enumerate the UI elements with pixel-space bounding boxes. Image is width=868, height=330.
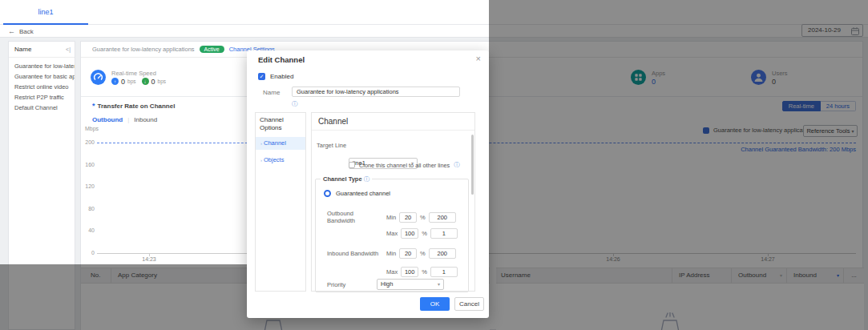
x-label-1423: 14:23: [133, 256, 165, 262]
info-icon[interactable]: ⓘ: [292, 100, 298, 108]
clone-label: Clone this channel to all other lines: [359, 162, 450, 169]
outbound-max-value-input[interactable]: 1: [430, 228, 458, 239]
direction-tabs: Outbound | Inbound: [92, 116, 157, 123]
nav-item-objects-label: Objects: [264, 156, 284, 163]
download-speed-value: 0: [151, 78, 155, 86]
collapse-sidebar-icon[interactable]: <|: [66, 42, 71, 58]
min-label: Min: [386, 214, 396, 221]
upload-speed-unit: bps: [127, 78, 135, 84]
channel-type-legend: Channel Type ⓘ: [321, 175, 372, 183]
edit-channel-dialog: Edit Channel × ✓ Enabled Name Guarantee …: [247, 50, 489, 318]
sidebar-item-restrict-video[interactable]: Restrict online video: [9, 82, 75, 92]
enabled-row: ✓ Enabled: [258, 73, 293, 80]
inbound-min-percent-input[interactable]: 20: [399, 248, 417, 259]
upload-speed-value: 0: [121, 78, 125, 86]
y-tick-40: 40: [83, 227, 95, 233]
y-tick-120: 120: [83, 183, 95, 189]
sidebar-item-low-latency[interactable]: Guarantee for low-latency applications: [9, 61, 75, 71]
tab-line1[interactable]: line1: [3, 0, 88, 25]
y-tick-0: 0: [83, 250, 95, 256]
target-line-label: Target Line: [317, 142, 346, 149]
max-label: Max: [386, 230, 398, 237]
chevron-down-icon: ▾: [438, 280, 440, 290]
nav-item-objects[interactable]: ›Objects: [256, 154, 305, 167]
speed-label: Real-time Speed: [111, 70, 166, 77]
percent-sign: %: [420, 214, 426, 221]
realtime-speed-block: Real-time Speed ↑ 0 bps ↓ 0 bps: [91, 58, 166, 97]
outbound-min-value-input[interactable]: 200: [429, 212, 456, 223]
channel-type-fieldset: Channel Type ⓘ Guaranteed channel Outbou…: [315, 179, 469, 292]
outbound-bandwidth-label: Outbound Bandwidth: [327, 210, 383, 224]
percent-sign: %: [420, 250, 426, 257]
percent-sign: %: [422, 230, 427, 237]
y-tick-160: 160: [83, 162, 95, 167]
inbound-max-value-input[interactable]: 1: [430, 267, 458, 277]
back-label: Back: [19, 28, 34, 35]
min-label: Min: [386, 250, 396, 257]
inbound-min-row: Inbound Bandwidth Min 20 % 200: [327, 248, 456, 259]
inbound-max-percent-input[interactable]: 100: [401, 267, 418, 277]
priority-label: Priority: [327, 281, 373, 288]
guaranteed-channel-radio[interactable]: [324, 190, 331, 197]
y-tick-80: 80: [83, 206, 95, 211]
download-arrow-icon: ↓: [142, 78, 149, 85]
scrollbar-thumb[interactable]: [471, 135, 474, 195]
guaranteed-channel-row: Guaranteed channel: [324, 190, 390, 197]
modal-overlay-right: [489, 0, 868, 330]
clone-checkbox[interactable]: [349, 162, 355, 168]
target-line-row: Target Line: [317, 142, 346, 149]
close-icon[interactable]: ×: [476, 54, 481, 63]
page-title: Guarantee for low-latency applications: [92, 46, 195, 53]
sidebar-item-basic-apps[interactable]: Guarantee for basic applications: [9, 71, 75, 82]
inbound-max-row: Max 100 % 1: [327, 267, 458, 277]
section-title: Transfer Rate on Channel: [98, 103, 176, 110]
section-marker-icon: *: [92, 102, 95, 110]
max-label: Max: [386, 268, 398, 276]
outbound-max-row: Max 100 % 1: [327, 228, 458, 239]
priority-select[interactable]: High ▾: [377, 279, 444, 290]
back-button[interactable]: ←Back: [8, 25, 34, 38]
outbound-max-percent-input[interactable]: 100: [401, 228, 418, 239]
priority-row: Priority: [327, 281, 373, 288]
back-arrow-icon: ←: [8, 27, 15, 35]
nav-arrow-icon: ›: [260, 158, 262, 163]
clone-row: Clone this channel to all other lines ⓘ: [349, 161, 460, 169]
sidebar-header: Name <|: [9, 42, 75, 58]
sidebar-item-default-channel[interactable]: Default Channel: [9, 103, 75, 113]
nav-item-channel-label: Channel: [264, 139, 286, 147]
tab-outbound[interactable]: Outbound: [92, 116, 123, 123]
y-axis-unit: Mbps: [85, 126, 99, 131]
content-heading: Channel: [312, 113, 474, 131]
outbound-min-percent-input[interactable]: 20: [399, 212, 417, 223]
dialog-nav-panel: Channel Options ›Channel ›Objects: [255, 112, 306, 292]
info-icon[interactable]: ⓘ: [454, 161, 460, 169]
dialog-title: Edit Channel: [258, 55, 305, 64]
y-tick-200: 200: [83, 139, 95, 145]
inbound-min-value-input[interactable]: 200: [429, 248, 456, 259]
sidebar-item-restrict-p2p[interactable]: Restrict P2P traffic: [9, 92, 75, 103]
name-input[interactable]: Guarantee for low-latency applications: [292, 87, 460, 97]
tab-divider: |: [127, 116, 129, 123]
sidebar-header-label: Name: [14, 46, 31, 53]
nav-arrow-icon: ›: [260, 141, 262, 146]
dialog-content-panel: Channel Target Line line1 ▾ Clone this c…: [311, 112, 475, 292]
screen: line1 ←Back 2024-10-29 Name <| Guarantee…: [0, 0, 868, 330]
download-speed-unit: bps: [158, 78, 166, 84]
info-icon[interactable]: ⓘ: [364, 175, 370, 183]
channel-type-label: Channel Type: [323, 175, 362, 183]
enabled-checkbox[interactable]: ✓: [258, 73, 265, 80]
cancel-button[interactable]: Cancel: [454, 297, 484, 311]
gauge-icon: [91, 70, 106, 85]
percent-sign: %: [422, 268, 427, 276]
inbound-bandwidth-label: Inbound Bandwidth: [327, 250, 383, 257]
outbound-min-row: Outbound Bandwidth Min 20 % 200: [327, 210, 456, 224]
ok-button[interactable]: OK: [420, 297, 450, 311]
guaranteed-channel-label: Guaranteed channel: [336, 190, 390, 197]
tab-inbound[interactable]: Inbound: [134, 116, 157, 123]
name-label: Name: [263, 89, 280, 96]
priority-value: High: [381, 280, 393, 288]
dialog-nav-header: Channel Options: [256, 113, 305, 133]
nav-item-channel[interactable]: ›Channel: [256, 137, 305, 150]
status-badge: Active: [200, 46, 224, 53]
enabled-label: Enabled: [270, 73, 293, 80]
